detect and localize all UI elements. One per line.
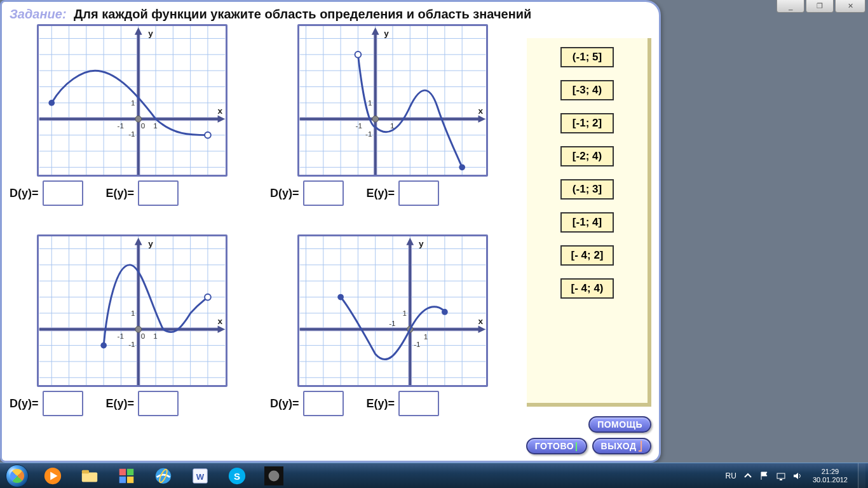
svg-marker-91 [135,238,142,245]
svg-rect-153 [780,479,782,480]
y-axis-label: y [148,29,153,38]
option-chip-5[interactable]: [-1; 4] [560,212,614,233]
svg-text:y: y [419,239,424,248]
svg-text:y: y [148,239,153,248]
graph-cell-2: y x -11 1-1 D(y)= E(y)= [270,24,515,231]
done-button[interactable]: ГОТОВО| [526,438,587,454]
x-axis-label: x [218,106,223,116]
option-chip-6[interactable]: [- 4; 2] [560,245,614,266]
option-chip-4[interactable]: (-1; 3] [560,179,614,200]
svg-rect-140 [119,468,126,475]
svg-text:y: y [384,29,389,38]
svg-text:-1: -1 [128,340,135,348]
taskbar-skype[interactable]: S [219,464,255,488]
graphs-grid: y x -11 1-1 0 D(y)= [10,24,515,441]
svg-rect-143 [127,476,133,482]
svg-point-66 [459,164,465,170]
svg-point-101 [205,294,211,301]
dropbox-d-3[interactable] [43,391,83,416]
option-chip-7[interactable]: [- 4; 4) [560,278,614,299]
volume-icon[interactable] [792,471,803,481]
exit-button[interactable]: ВЫХОД⎦ [592,438,651,454]
task-title: Задание: Для каждой функции укажите обла… [10,7,651,22]
svg-text:-1: -1 [128,130,135,138]
svg-marker-154 [794,473,798,479]
start-button[interactable] [0,463,34,489]
show-desktop-button[interactable] [858,463,865,489]
svg-point-32 [205,132,211,139]
svg-text:1: 1 [131,98,135,107]
window-controls: ⎯ ❐ ✕ [776,0,865,13]
taskbar-app-generic[interactable] [109,464,144,488]
option-chip-3[interactable]: [-2; 4) [560,146,614,166]
dropbox-e-4[interactable] [398,391,439,416]
task-label: Задание: [10,7,67,21]
svg-point-100 [100,342,107,349]
svg-text:1: 1 [424,332,428,341]
dropbox-e-2[interactable] [398,180,439,206]
plot-1: y x -11 1-1 0 [37,24,227,177]
plot-3: y x -11 1-1 0 [37,234,227,387]
dropbox-d-4[interactable] [303,391,344,416]
svg-point-151 [269,470,280,481]
clock[interactable]: 21:29 30.01.2012 [809,468,851,483]
graph-cell-4: y x -11 1-1 D(y)= E(y)= [270,234,515,441]
svg-marker-57 [372,27,379,35]
option-chip-2[interactable]: [-1; 2] [560,113,614,133]
plot-2: y x -11 1-1 [297,24,488,177]
svg-text:x: x [478,316,484,326]
svg-text:x: x [478,106,484,116]
taskbar-media-player[interactable] [35,464,71,488]
graph-cell-1: y x -11 1-1 0 D(y)= [10,24,255,231]
option-chip-1[interactable]: [-3; 4) [560,80,614,100]
svg-marker-54 [478,115,486,123]
svg-rect-141 [127,468,133,475]
svg-text:1: 1 [403,309,407,317]
svg-point-58 [372,116,379,122]
svg-text:-1: -1 [118,332,124,340]
svg-text:-1: -1 [356,121,362,130]
svg-point-134 [337,294,344,301]
svg-point-65 [355,51,362,58]
clock-time: 21:29 [813,468,848,475]
svg-marker-126 [406,238,414,245]
dropbox-e-1[interactable] [138,180,179,206]
network-icon[interactable] [776,471,786,481]
svg-rect-152 [777,473,785,478]
language-indicator[interactable]: RU [726,471,736,480]
flag-icon[interactable] [759,471,770,481]
svg-text:-1: -1 [414,340,420,348]
svg-marker-123 [478,325,486,333]
taskbar-word[interactable]: W [182,464,218,488]
windows-logo-icon [6,464,29,487]
option-chip-0[interactable]: (-1; 5] [560,47,614,67]
taskbar-app-dark[interactable] [256,464,292,488]
svg-rect-142 [119,476,126,482]
dropbox-d-2[interactable] [303,180,344,206]
graph-cell-3: y x -11 1-1 0 D(y)= E(y)= [10,234,255,441]
svg-marker-88 [218,325,226,333]
dropbox-e-3[interactable] [138,391,179,416]
help-button[interactable]: ПОМОЩЬ [588,416,651,433]
app-window: Задание: Для каждой функции укажите обла… [0,0,661,463]
svg-text:W: W [196,471,205,481]
taskbar-ie[interactable] [146,464,181,488]
svg-text:S: S [234,470,240,481]
tray-up-icon[interactable] [743,471,753,481]
svg-text:1: 1 [153,121,158,130]
dropbox-d-1[interactable] [43,180,83,206]
d-label: D(y)= [10,187,39,200]
maximize-button[interactable]: ❐ [806,0,834,13]
svg-text:-1: -1 [389,319,395,327]
plot-4: y x -11 1-1 [297,234,488,387]
svg-text:1: 1 [368,98,372,107]
svg-rect-139 [82,470,89,473]
svg-point-135 [442,309,448,315]
minimize-button[interactable]: ⎯ [776,0,804,13]
svg-text:-1: -1 [118,121,124,130]
taskbar-explorer[interactable] [72,464,107,488]
svg-text:0: 0 [141,121,146,130]
close-button[interactable]: ✕ [835,0,865,13]
svg-text:1: 1 [153,332,158,340]
svg-rect-138 [82,472,97,482]
